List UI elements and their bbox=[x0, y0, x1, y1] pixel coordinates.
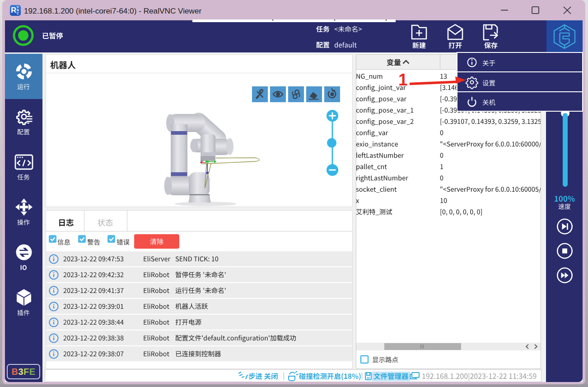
svg-text:1: 1 bbox=[398, 71, 408, 89]
